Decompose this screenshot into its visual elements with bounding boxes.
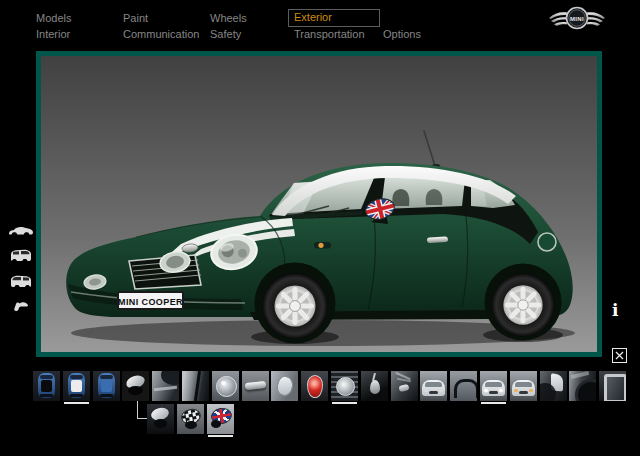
stage-frame: MINI COOPER [36, 51, 602, 357]
thumb-mirror-unionjack[interactable] [207, 404, 234, 434]
selected-indicator [208, 435, 233, 437]
fuel-cap [538, 233, 556, 251]
thumb-side-lens-slot [271, 371, 298, 401]
thumb-mirror-checkered-slot [177, 404, 204, 434]
thumb-mirror-cap[interactable] [122, 371, 149, 401]
thumb-washer-jet[interactable] [391, 371, 418, 401]
close-icon [615, 351, 624, 360]
mini-logo: MINI [548, 5, 606, 31]
menu-item-transportation[interactable]: Transportation [294, 28, 365, 41]
selected-indicator [332, 402, 357, 404]
thumb-rear-pillar[interactable] [182, 371, 209, 401]
selected-indicator [481, 402, 506, 404]
thumb-roof-white-slot [63, 371, 90, 401]
door-handle [427, 236, 448, 243]
thumb-mudflap[interactable] [540, 371, 567, 401]
rear-wheel [491, 273, 554, 336]
thumb-roof-blue[interactable] [93, 371, 120, 401]
thumb-car-front[interactable] [420, 371, 447, 401]
menu-item-models[interactable]: Models [36, 12, 71, 25]
thumb-mirror-cap-slot [122, 371, 149, 401]
mini-wings-icon: MINI [548, 5, 606, 31]
thumb-mirror-unionjack-slot [207, 404, 234, 434]
thumb-side-lens[interactable] [271, 371, 298, 401]
menu-item-paint[interactable]: Paint [123, 12, 148, 25]
menu-item-safety[interactable]: Safety [210, 28, 241, 41]
thumb-car-front-slot [420, 371, 447, 401]
thumb-roof-blue-slot [93, 371, 120, 401]
thumb-mudflap-slot [540, 371, 567, 401]
thumb-grille-lamp-slot [331, 371, 358, 401]
license-plate-text: MINI COOPER [118, 297, 183, 307]
thumb-door-handle[interactable] [242, 371, 269, 401]
thumbnail-strip [33, 371, 626, 401]
thumb-car-drl[interactable] [480, 371, 507, 401]
front-wheel [262, 273, 328, 339]
license-plate: MINI COOPER [118, 292, 183, 309]
thumb-wheel-arch[interactable] [569, 371, 596, 401]
thumb-car-fog-slot [510, 371, 537, 401]
thumb-car-fog[interactable] [510, 371, 537, 401]
menu-item-communication[interactable]: Communication [123, 28, 199, 41]
car-image: MINI COOPER [41, 56, 597, 352]
thumb-mirror-white-slot [147, 404, 174, 434]
info-button[interactable]: i [612, 301, 618, 319]
car-interior-view-icon[interactable] [13, 300, 29, 312]
selected-indicator [64, 402, 89, 404]
thumb-wheel-arch-slot [569, 371, 596, 401]
thumb-fog-lamp-slot [212, 371, 239, 401]
mirror-options-connector [137, 401, 138, 419]
thumb-antenna[interactable] [361, 371, 388, 401]
thumb-front-corner[interactable] [152, 371, 179, 401]
thumb-antenna-slot [361, 371, 388, 401]
mini-logo-text: MINI [570, 16, 584, 22]
car-rear-quarter-view-icon[interactable] [9, 248, 33, 264]
thumb-tail-light[interactable] [301, 371, 328, 401]
antenna [424, 131, 435, 166]
thumb-door-handle-slot [242, 371, 269, 401]
mini-configurator-screen: ModelsPaintWheelsExteriorInteriorCommuni… [0, 0, 640, 456]
car-side-view-icon[interactable] [8, 225, 34, 238]
thumb-roof-black-slot [33, 371, 60, 401]
thumb-mirror-checkered[interactable] [177, 404, 204, 434]
thumb-roof-black[interactable] [33, 371, 60, 401]
thumb-front-corner-slot [152, 371, 179, 401]
menu-item-wheels[interactable]: Wheels [210, 12, 247, 25]
mirror-options-row [147, 404, 234, 434]
thumb-roof-white[interactable] [63, 371, 90, 401]
close-button[interactable] [612, 348, 627, 363]
thumb-fog-lamp[interactable] [212, 371, 239, 401]
thumb-door-sill-slot [599, 371, 626, 401]
thumb-washer-jet-slot [391, 371, 418, 401]
thumb-grille-lamp[interactable] [331, 371, 358, 401]
thumb-door-sill[interactable] [599, 371, 626, 401]
menu-item-interior[interactable]: Interior [36, 28, 70, 41]
car-front-quarter-view-icon[interactable] [9, 274, 33, 290]
thumb-rear-pillar-slot [182, 371, 209, 401]
thumb-roof-arc[interactable] [450, 371, 477, 401]
thumb-mirror-white[interactable] [147, 404, 174, 434]
view-selector [6, 225, 36, 312]
menu-item-exterior[interactable]: Exterior [288, 9, 380, 27]
thumb-roof-arc-slot [450, 371, 477, 401]
thumb-tail-light-slot [301, 371, 328, 401]
menu-item-options[interactable]: Options [383, 28, 421, 41]
thumb-car-drl-slot [480, 371, 507, 401]
